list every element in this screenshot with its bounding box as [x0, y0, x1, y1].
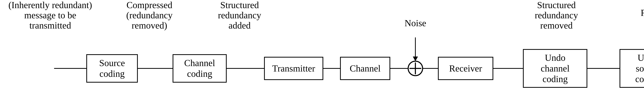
label-after-source-coding: Compressed(redundancyremoved): [118, 0, 180, 31]
label-input-message: (Inherently redundant)message to betrans…: [0, 0, 100, 31]
block-receiver: Receiver: [438, 57, 493, 80]
wire-in-source: [54, 68, 86, 69]
wire-channelcode-tx: [227, 68, 264, 69]
label-reconstructed-message: Reconstructedmessage: [634, 8, 644, 28]
wire-undochannel-undosrc: [587, 68, 620, 69]
wire-sum-rx: [421, 68, 438, 69]
label-after-channel-coding: Structuredredundancyadded: [209, 0, 270, 31]
comm-system-diagram: (Inherently redundant)message to betrans…: [0, 0, 644, 95]
block-source-coding: Sourcecoding: [86, 54, 138, 83]
label-after-undo-channel: Structuredredundancyremoved: [526, 0, 587, 31]
block-channel-coding: Channelcoding: [172, 54, 227, 83]
wire-rx-undochannel: [493, 68, 523, 69]
wire-tx-channel: [323, 68, 340, 69]
block-undo-channel: Undochannelcoding: [523, 49, 587, 88]
block-channel: Channel: [340, 57, 390, 80]
wire-noise-down: [415, 37, 416, 61]
label-noise: Noise: [400, 18, 431, 28]
summing-junction: [408, 61, 423, 76]
wire-channel-sum: [390, 68, 408, 69]
wire-source-channelcode: [138, 68, 172, 69]
block-undo-source: Undosourcecoding: [620, 49, 644, 88]
block-transmitter: Transmitter: [264, 57, 323, 80]
